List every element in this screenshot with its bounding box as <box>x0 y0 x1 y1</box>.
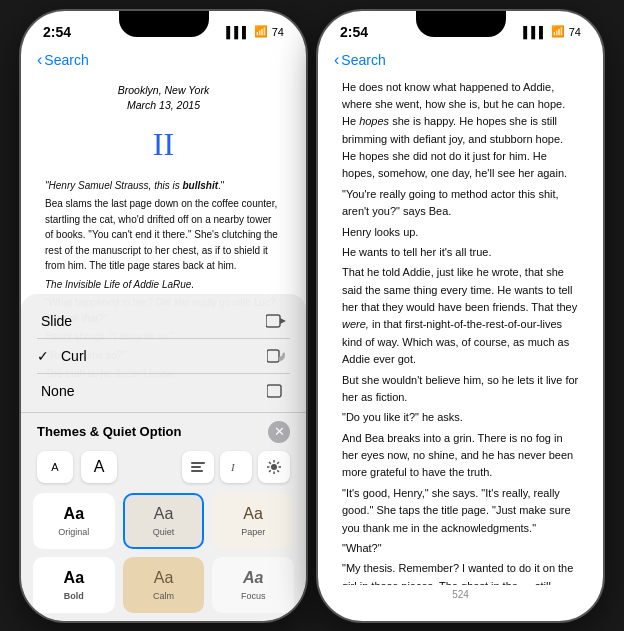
theme-calm[interactable]: Aa Calm <box>123 557 205 613</box>
svg-rect-4 <box>191 466 201 468</box>
themes-header: Themes & Quiet Option ✕ <box>21 413 306 447</box>
slide-option-slide[interactable]: Slide <box>37 304 290 338</box>
status-icons-left: ▌▌▌ 📶 74 <box>226 25 284 38</box>
signal-icon: ▌▌▌ <box>226 26 249 38</box>
svg-rect-2 <box>267 385 281 397</box>
para-1: "Henry Samuel Strauss, this is bullshit.… <box>45 178 282 194</box>
back-button-left[interactable]: ‹ Search <box>37 51 89 69</box>
para-2: Bea slams the last page down on the coff… <box>45 196 282 274</box>
wifi-icon-right: 📶 <box>551 25 565 38</box>
notch-left <box>119 11 209 37</box>
right-para-11: "My thesis. Remember? I wanted to do it … <box>342 560 579 584</box>
slide-icon <box>262 311 290 331</box>
back-chevron-left: ‹ <box>37 51 42 69</box>
slide-label: Slide <box>41 313 262 329</box>
time-right: 2:54 <box>340 24 368 40</box>
theme-paper-label: Paper <box>241 527 265 537</box>
themes-title: Themes & Quiet Option <box>37 424 181 439</box>
back-chevron-right: ‹ <box>334 51 339 69</box>
svg-rect-5 <box>191 470 203 472</box>
book-header: Brooklyn, New York March 13, 2015 <box>45 83 282 115</box>
right-para-6: But she wouldn't believe him, so he lets… <box>342 372 579 407</box>
para-1-text: "Henry Samuel Strauss, this is <box>45 180 183 191</box>
left-phone: 2:54 ▌▌▌ 📶 74 ‹ Search Brooklyn, New Yor… <box>21 11 306 621</box>
svg-text:I: I <box>230 461 236 473</box>
theme-focus-aa: Aa <box>243 569 263 587</box>
brightness-button[interactable] <box>258 451 290 483</box>
slide-option-none[interactable]: None <box>37 374 290 408</box>
theme-bold-aa: Aa <box>64 569 84 587</box>
theme-paper-aa: Aa <box>243 505 263 523</box>
small-a-label: A <box>51 461 58 473</box>
theme-quiet-aa: Aa <box>154 505 174 523</box>
slide-option-curl[interactable]: ✓ Curl <box>37 339 290 373</box>
font-size-row: A A I <box>21 447 306 489</box>
theme-original-label: Original <box>58 527 89 537</box>
right-para-7: "Do you like it?" he asks. <box>342 409 579 426</box>
theme-original-aa: Aa <box>64 505 84 523</box>
back-label-right: Search <box>341 52 385 68</box>
phones-container: 2:54 ▌▌▌ 📶 74 ‹ Search Brooklyn, New Yor… <box>21 11 603 621</box>
page-indicator: 524 <box>318 585 603 610</box>
theme-quiet-label: Quiet <box>153 527 175 537</box>
large-a-label: A <box>94 458 105 476</box>
svg-line-12 <box>269 462 271 464</box>
book-text-right: He does not know what happened to Addie,… <box>342 79 579 585</box>
signal-icon-right: ▌▌▌ <box>523 26 546 38</box>
theme-calm-label: Calm <box>153 591 174 601</box>
right-phone: 2:54 ▌▌▌ 📶 74 ‹ Search He does not know … <box>318 11 603 621</box>
right-para-1: He does not know what happened to Addie,… <box>342 79 579 183</box>
right-para-5: That he told Addie, just like he wrote, … <box>342 264 579 368</box>
right-para-8: And Bea breaks into a grin. There is no … <box>342 430 579 482</box>
svg-line-15 <box>269 470 271 472</box>
page-number: 524 <box>452 589 469 600</box>
notch-right <box>416 11 506 37</box>
back-button-right[interactable]: ‹ Search <box>334 51 386 69</box>
themes-grid: Aa Original Aa Quiet Aa Paper Aa Bold Aa <box>21 489 306 621</box>
time-left: 2:54 <box>43 24 71 40</box>
none-icon <box>262 381 290 401</box>
battery-icon-right: 74 <box>569 26 581 38</box>
svg-rect-0 <box>266 315 280 327</box>
book-content-right: He does not know what happened to Addie,… <box>318 75 603 585</box>
book-location-line1: Brooklyn, New York <box>45 83 282 99</box>
close-button[interactable]: ✕ <box>268 421 290 443</box>
battery-icon: 74 <box>272 26 284 38</box>
right-para-9: "It's good, Henry," she says. "It's real… <box>342 485 579 537</box>
back-label-left: Search <box>44 52 88 68</box>
curl-icon <box>262 346 290 366</box>
status-bar-left: 2:54 ▌▌▌ 📶 74 <box>21 11 306 47</box>
nav-bar-left: ‹ Search <box>21 47 306 75</box>
para-1-bold: bullshit <box>183 180 219 191</box>
font-decrease-button[interactable]: A <box>37 451 73 483</box>
chapter-number: II <box>45 120 282 170</box>
theme-bold[interactable]: Aa Bold <box>33 557 115 613</box>
theme-bold-label: Bold <box>64 591 84 601</box>
slide-options: Slide ✓ Curl None <box>21 294 306 412</box>
right-para-2: "You're really going to method actor thi… <box>342 186 579 221</box>
text-format-button[interactable] <box>182 451 214 483</box>
theme-focus[interactable]: Aa Focus <box>212 557 294 613</box>
theme-calm-aa: Aa <box>154 569 174 587</box>
right-para-10: "What?" <box>342 540 579 557</box>
para-3: The Invisible Life of Addie LaRue. <box>45 277 282 293</box>
theme-paper[interactable]: Aa Paper <box>212 493 294 549</box>
font-style-button[interactable]: I <box>220 451 252 483</box>
svg-rect-3 <box>191 462 205 464</box>
svg-line-14 <box>277 462 279 464</box>
theme-original[interactable]: Aa Original <box>33 493 115 549</box>
check-icon: ✓ <box>37 348 49 364</box>
font-increase-button[interactable]: A <box>81 451 117 483</box>
curl-label: Curl <box>61 348 262 364</box>
status-icons-right: ▌▌▌ 📶 74 <box>523 25 581 38</box>
font-controls: I <box>125 451 290 483</box>
svg-point-7 <box>271 464 277 470</box>
bottom-panel: Slide ✓ Curl None <box>21 294 306 621</box>
quiet-option-label: Quiet Option <box>103 424 182 439</box>
para-1-end: ." <box>218 180 224 191</box>
theme-focus-label: Focus <box>241 591 266 601</box>
theme-quiet[interactable]: Aa Quiet <box>123 493 205 549</box>
nav-bar-right: ‹ Search <box>318 47 603 75</box>
none-label: None <box>41 383 262 399</box>
right-para-4: He wants to tell her it's all true. <box>342 244 579 261</box>
